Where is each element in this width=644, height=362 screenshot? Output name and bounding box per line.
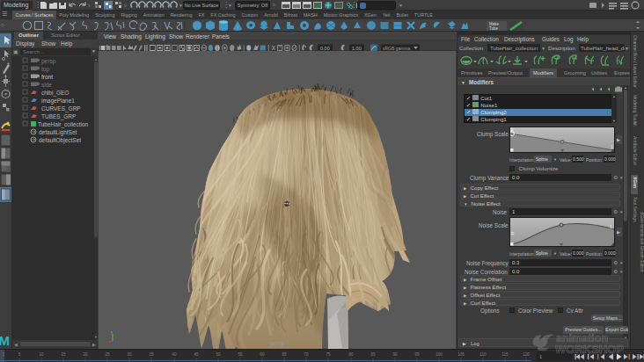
svg-text:65: 65: [282, 352, 287, 357]
svg-text:imagePlane1: imagePlane1: [41, 98, 75, 105]
svg-text:side: side: [41, 82, 52, 88]
svg-text:R: R: [511, 232, 515, 236]
svg-text:25: 25: [105, 352, 110, 357]
svg-text:70: 70: [304, 352, 309, 357]
svg-text:100: 100: [435, 352, 443, 357]
svg-text:›: ›: [124, 2, 127, 10]
svg-text:y: y: [111, 329, 113, 334]
svg-text:40: 40: [172, 352, 177, 357]
svg-text:30: 30: [127, 352, 132, 357]
svg-text:1: 1: [611, 145, 613, 149]
svg-text:60: 60: [260, 352, 265, 357]
svg-text:1: 1: [3, 352, 5, 357]
svg-text:defaultObjectSet: defaultObjectSet: [39, 137, 81, 144]
svg-text:45: 45: [194, 352, 199, 357]
svg-text:CURVES_GRP: CURVES_GRP: [41, 105, 81, 112]
svg-text:sRGB gamma: sRGB gamma: [383, 46, 411, 51]
svg-text:80: 80: [348, 352, 354, 357]
svg-text:35: 35: [149, 352, 154, 357]
svg-text:20: 20: [83, 352, 88, 357]
svg-text:85: 85: [370, 352, 376, 357]
svg-text:1.00: 1.00: [352, 46, 362, 51]
svg-text:105: 105: [457, 352, 465, 357]
svg-text:M: M: [0, 333, 10, 348]
svg-text:90: 90: [392, 352, 398, 357]
svg-text:defaultLightSet: defaultLightSet: [39, 129, 77, 136]
svg-text:chibi_GEO: chibi_GEO: [41, 90, 69, 97]
svg-text:120: 120: [523, 352, 530, 357]
svg-text:top: top: [41, 66, 49, 73]
svg-text:10: 10: [39, 352, 44, 357]
svg-text:Tube: Tube: [489, 26, 499, 31]
svg-text:110: 110: [479, 352, 487, 357]
svg-text:1: 1: [539, 354, 542, 359]
svg-text:15: 15: [61, 352, 66, 357]
svg-text:TUBES_GRP: TUBES_GRP: [41, 113, 76, 120]
svg-text:persp: persp: [41, 58, 56, 65]
svg-text:0.00: 0.00: [320, 46, 330, 51]
svg-text:115: 115: [501, 352, 509, 357]
svg-text:front: front: [41, 74, 53, 80]
svg-text:5: 5: [18, 352, 21, 357]
svg-text:75: 75: [326, 352, 331, 357]
svg-text:50: 50: [216, 352, 221, 357]
svg-text:TubeHair_collection: TubeHair_collection: [38, 121, 89, 128]
svg-text:95: 95: [414, 352, 420, 357]
svg-text:55: 55: [238, 352, 243, 357]
svg-text:›: ›: [88, 2, 91, 10]
